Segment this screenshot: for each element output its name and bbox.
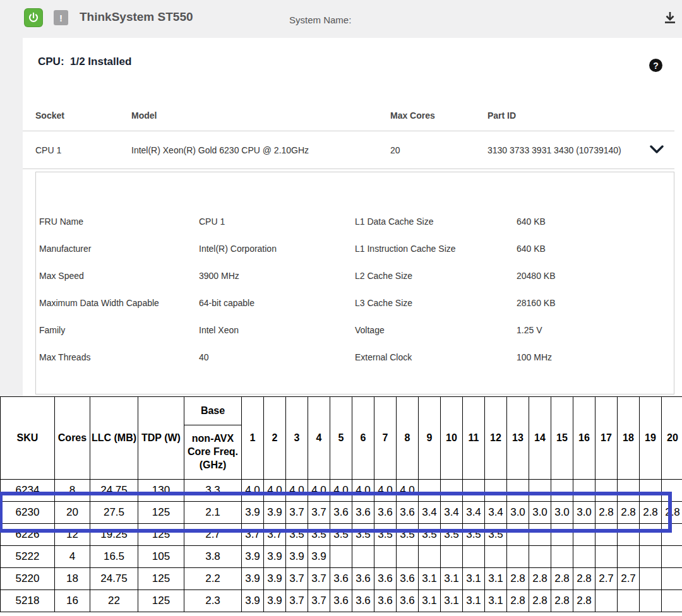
value-cell: 3.5	[286, 524, 308, 546]
detail-label: Family	[39, 325, 199, 335]
value-cell	[640, 524, 662, 546]
value-cell	[551, 480, 573, 502]
help-button[interactable]: ?	[649, 59, 662, 72]
core-count-header: 10	[441, 397, 463, 480]
cpu-model-cell: Intel(R) Xeon(R) Gold 6230 CPU @ 2.10GHz	[131, 145, 390, 155]
value-cell: 2.8	[573, 590, 595, 612]
value-cell	[618, 480, 640, 502]
core-count-header: 18	[618, 397, 640, 480]
value-cell: 3.6	[374, 568, 397, 590]
value-cell	[618, 590, 640, 612]
core-count-header: 20	[662, 397, 682, 480]
value-cell: 2.8	[551, 568, 573, 590]
screen: ! ThinkSystem ST550 System Name: CPU: 1/…	[0, 0, 682, 616]
value-cell: 3.7	[286, 502, 308, 524]
value-cell	[374, 546, 397, 568]
value-cell: 3.7	[286, 590, 308, 612]
value-cell: 3.0	[573, 502, 595, 524]
value-cell: 3.5	[397, 524, 419, 546]
column-header-socket: Socket	[35, 110, 131, 121]
value-cell	[640, 568, 662, 590]
value-cell: 3.9	[242, 590, 264, 612]
page-title: CPU: 1/2 Installed	[38, 56, 131, 68]
core-count-header: 11	[463, 397, 485, 480]
alert-badge[interactable]: !	[54, 10, 68, 25]
value-cell: 18	[55, 568, 90, 590]
core-count-header: 16	[573, 397, 595, 480]
detail-value: 40	[199, 352, 355, 362]
value-cell	[529, 480, 551, 502]
value-cell: 3.0	[507, 502, 529, 524]
freq-row-6230: 62302027.51252.13.93.93.73.73.63.63.63.6…	[1, 502, 682, 524]
value-cell: 2.3	[184, 590, 242, 612]
core-count-header: 14	[529, 397, 551, 480]
value-cell: 3.6	[330, 590, 352, 612]
app-title: ThinkSystem ST550	[80, 10, 193, 24]
detail-label: Voltage	[355, 325, 517, 335]
value-cell: 3.9	[264, 546, 286, 568]
header-base-freq: Base non-AVX Core Freq. (GHz)	[184, 397, 242, 480]
value-cell: 3.1	[419, 568, 441, 590]
cpu-panel: CPU: 1/2 Installed ? Socket Model Max Co…	[23, 38, 682, 396]
value-cell	[529, 546, 551, 568]
detail-value: CPU 1	[199, 216, 355, 227]
value-cell: 3.1	[441, 590, 463, 612]
value-cell: 2.7	[618, 568, 640, 590]
value-cell: 19.25	[90, 524, 138, 546]
value-cell: 3.4	[419, 502, 441, 524]
value-cell	[640, 590, 662, 612]
value-cell: 3.9	[242, 546, 264, 568]
question-mark-icon: ?	[653, 61, 659, 71]
power-button[interactable]	[24, 8, 43, 27]
detail-value: 640 KB	[517, 244, 674, 254]
value-cell: 2.8	[640, 502, 662, 524]
value-cell	[529, 524, 551, 546]
cpu-part-id-cell: 3130 3733 3931 3430 (10739140)	[488, 145, 674, 155]
value-cell: 2.7	[184, 524, 242, 546]
value-cell: 2.8	[507, 590, 529, 612]
value-cell: 4.0	[242, 480, 264, 502]
cpu-details-grid: FRU NameCPU 1L1 Data Cache Size640 KBMan…	[36, 172, 674, 370]
value-cell: 24.75	[90, 480, 138, 502]
value-cell	[330, 546, 352, 568]
value-cell	[573, 546, 595, 568]
core-count-header: 7	[374, 397, 397, 480]
detail-value: 64-bit capable	[199, 298, 355, 308]
value-cell: 3.0	[529, 502, 551, 524]
value-cell	[662, 590, 682, 612]
value-cell: 22	[90, 590, 138, 612]
value-cell	[419, 546, 441, 568]
value-cell: 3.6	[352, 502, 374, 524]
value-cell: 3.5	[330, 524, 352, 546]
value-cell	[397, 546, 419, 568]
value-cell	[662, 524, 682, 546]
cpu-max-cores-cell: 20	[390, 145, 488, 155]
detail-label: L3 Cache Size	[355, 298, 517, 308]
core-count-header: 2	[264, 397, 286, 480]
alert-icon: !	[59, 13, 63, 23]
value-cell: 4.0	[264, 480, 286, 502]
freq-row-5220: 52201824.751252.23.93.93.73.73.63.63.63.…	[1, 568, 682, 590]
top-bar: ! ThinkSystem ST550 System Name:	[0, 0, 682, 38]
collapse-row-button[interactable]	[649, 145, 664, 157]
value-cell: 3.5	[463, 524, 485, 546]
detail-label: External Clock	[355, 352, 517, 362]
value-cell	[573, 480, 595, 502]
value-cell: 3.7	[308, 590, 330, 612]
core-count-header: 17	[595, 397, 618, 480]
value-cell: 16	[55, 590, 90, 612]
detail-label: Manufacturer	[39, 244, 199, 254]
value-cell: 3.9	[286, 546, 308, 568]
sku-cell: 5220	[1, 568, 55, 590]
cpu-table-row[interactable]: CPU 1 Intel(R) Xeon(R) Gold 6230 CPU @ 2…	[23, 131, 674, 169]
value-cell: 20	[55, 502, 90, 524]
cpu-table-header: Socket Model Max Cores Part ID	[23, 100, 674, 131]
value-cell	[507, 546, 529, 568]
value-cell: 27.5	[90, 502, 138, 524]
value-cell	[507, 524, 529, 546]
header-cores: Cores	[55, 397, 90, 480]
core-count-header: 5	[330, 397, 352, 480]
value-cell: 3.1	[485, 568, 507, 590]
detail-value: 100 MHz	[517, 352, 674, 362]
download-button[interactable]	[662, 9, 678, 27]
